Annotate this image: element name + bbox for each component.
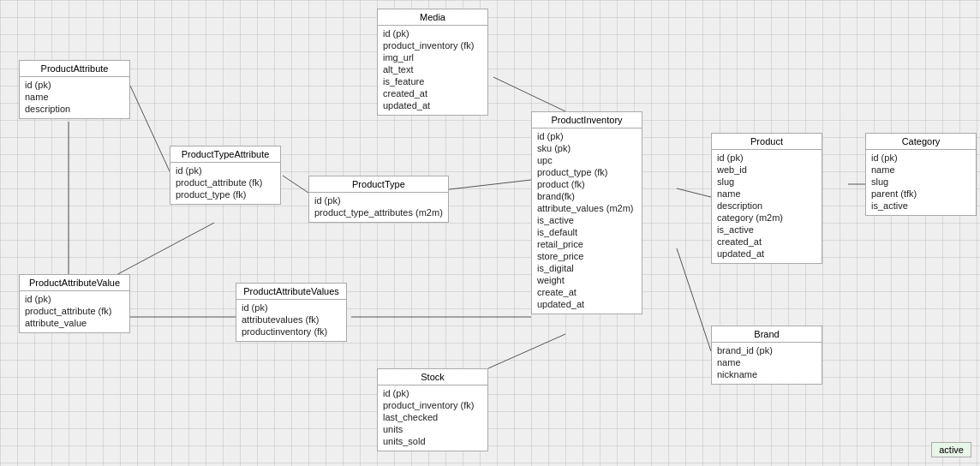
table-row: parent (tfk): [871, 188, 971, 200]
table-body-brand: brand_id (pk)namenickname: [712, 343, 822, 384]
table-row: brand(fk): [537, 190, 636, 202]
table-header-stock: Stock: [378, 369, 487, 385]
table-header-category: Category: [866, 134, 976, 150]
table-row: img_url: [383, 51, 482, 63]
svg-line-5: [493, 77, 565, 111]
table-row: attribute_value: [25, 317, 124, 329]
status-text: active: [939, 445, 964, 455]
erd-canvas: ProductAttributeid (pk)namedescriptionPr…: [0, 0, 980, 466]
table-row: name: [25, 91, 124, 103]
table-row: sku (pk): [537, 142, 636, 154]
table-row: slug: [871, 176, 971, 188]
table-header-productattributevalue: ProductAttributeValue: [20, 275, 129, 291]
table-productinventory[interactable]: ProductInventoryid (pk)sku (pk)upcproduc…: [531, 111, 642, 314]
table-row: product_attribute (fk): [25, 305, 124, 317]
table-header-producttype: ProductType: [309, 176, 448, 193]
svg-line-0: [130, 86, 170, 171]
table-productattributevalues[interactable]: ProductAttributeValuesid (pk)attributeva…: [236, 283, 347, 342]
table-category[interactable]: Categoryid (pk)nameslugparent (tfk)is_ac…: [865, 133, 977, 216]
table-row: product_type (fk): [176, 188, 275, 200]
svg-line-8: [488, 334, 565, 368]
table-row: last_checked: [383, 411, 482, 423]
table-row: nickname: [717, 368, 816, 380]
table-body-productinventory: id (pk)sku (pk)upcproduct_type (fk)produ…: [532, 128, 642, 314]
table-body-productattributevalue: id (pk)product_attribute (fk)attribute_v…: [20, 291, 129, 332]
table-row: web_id: [717, 164, 816, 176]
table-row: name: [717, 188, 816, 200]
table-row: is_active: [871, 200, 971, 212]
table-producttypeattribute[interactable]: ProductTypeAttributeid (pk)product_attri…: [170, 146, 281, 205]
table-row: is_active: [717, 224, 816, 236]
table-row: id (pk): [383, 27, 482, 39]
table-product[interactable]: Productid (pk)web_idslugnamedescriptionc…: [711, 133, 822, 264]
table-row: updated_at: [717, 248, 816, 260]
table-producttype[interactable]: ProductTypeid (pk)product_type_attribute…: [308, 176, 449, 223]
table-row: upc: [537, 154, 636, 166]
table-row: store_price: [537, 250, 636, 262]
svg-line-2: [283, 176, 308, 193]
table-media[interactable]: Mediaid (pk)product_inventory (fk)img_ur…: [377, 9, 488, 116]
svg-line-7: [677, 248, 711, 351]
table-productattribute[interactable]: ProductAttributeid (pk)namedescription: [19, 60, 130, 119]
table-header-productattribute: ProductAttribute: [20, 61, 129, 77]
table-body-productattribute: id (pk)namedescription: [20, 77, 129, 118]
table-row: alt_text: [383, 63, 482, 75]
connections-layer: [0, 0, 980, 466]
table-row: name: [717, 356, 816, 368]
table-body-media: id (pk)product_inventory (fk)img_urlalt_…: [378, 26, 487, 115]
table-body-productattributevalues: id (pk)attributevalues (fk)productinvent…: [236, 300, 346, 341]
table-row: category (m2m): [717, 212, 816, 224]
table-brand[interactable]: Brandbrand_id (pk)namenickname: [711, 326, 822, 385]
table-header-producttypeattribute: ProductTypeAttribute: [170, 146, 280, 163]
table-body-product: id (pk)web_idslugnamedescriptioncategory…: [712, 150, 822, 263]
table-row: is_active: [537, 214, 636, 226]
table-row: is_feature: [383, 75, 482, 87]
table-row: id (pk): [25, 79, 124, 91]
table-header-productinventory: ProductInventory: [532, 112, 642, 128]
table-row: id (pk): [383, 387, 482, 399]
table-row: id (pk): [717, 152, 816, 164]
table-row: product_type_attributes (m2m): [314, 206, 443, 218]
table-row: units_sold: [383, 435, 482, 447]
table-body-stock: id (pk)product_inventory (fk)last_checke…: [378, 385, 487, 451]
table-stock[interactable]: Stockid (pk)product_inventory (fk)last_c…: [377, 368, 488, 451]
table-row: description: [717, 200, 816, 212]
table-row: product_type (fk): [537, 166, 636, 178]
table-body-producttypeattribute: id (pk)product_attribute (fk)product_typ…: [170, 163, 280, 204]
status-badge: active: [931, 442, 971, 457]
table-header-productattributevalues: ProductAttributeValues: [236, 284, 346, 300]
table-row: is_default: [537, 226, 636, 238]
table-row: product_inventory (fk): [383, 39, 482, 51]
table-body-category: id (pk)nameslugparent (tfk)is_active: [866, 150, 976, 215]
table-row: product_attribute (fk): [176, 176, 275, 188]
table-row: retail_price: [537, 238, 636, 250]
table-row: create_at: [537, 286, 636, 298]
table-header-brand: Brand: [712, 326, 822, 343]
table-body-producttype: id (pk)product_type_attributes (m2m): [309, 193, 448, 222]
table-row: productinventory (fk): [242, 326, 341, 338]
table-row: id (pk): [871, 152, 971, 164]
table-row: product_inventory (fk): [383, 399, 482, 411]
table-row: id (pk): [176, 164, 275, 176]
table-row: id (pk): [537, 130, 636, 142]
table-row: units: [383, 423, 482, 435]
table-row: product (fk): [537, 178, 636, 190]
table-row: weight: [537, 274, 636, 286]
table-header-media: Media: [378, 9, 487, 26]
table-row: description: [25, 103, 124, 115]
table-row: id (pk): [314, 194, 443, 206]
table-row: attributevalues (fk): [242, 314, 341, 326]
table-row: updated_at: [537, 298, 636, 310]
table-row: id (pk): [242, 302, 341, 314]
table-row: is_digital: [537, 262, 636, 274]
table-row: attribute_values (m2m): [537, 202, 636, 214]
table-row: brand_id (pk): [717, 344, 816, 356]
table-header-product: Product: [712, 134, 822, 150]
table-productattributevalue[interactable]: ProductAttributeValueid (pk)product_attr…: [19, 274, 130, 333]
table-row: updated_at: [383, 99, 482, 111]
svg-line-6: [677, 188, 711, 197]
table-row: id (pk): [25, 293, 124, 305]
table-row: name: [871, 164, 971, 176]
table-row: created_at: [717, 236, 816, 248]
table-row: slug: [717, 176, 816, 188]
